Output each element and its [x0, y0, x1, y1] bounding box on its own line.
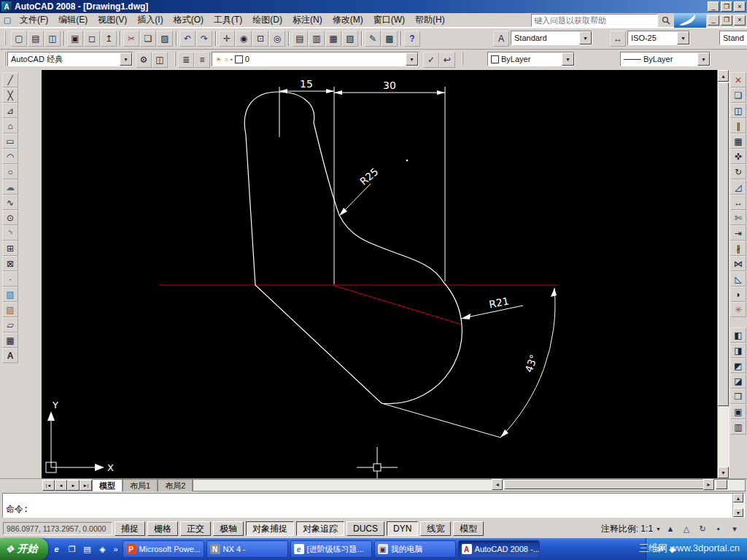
menu-tools[interactable]: 工具(T) — [209, 12, 247, 28]
scroll-right-icon[interactable]: ► — [703, 479, 714, 490]
explode-button[interactable]: ✳ — [730, 302, 746, 317]
snap-toggle[interactable]: 捕捉 — [115, 521, 145, 536]
array-button[interactable]: ▦ — [730, 133, 746, 149]
save-workspace-button[interactable]: ◫ — [152, 52, 168, 68]
model-space-toggle[interactable]: 模型 — [453, 521, 484, 536]
tool-palettes-button[interactable]: ▦ — [325, 31, 341, 47]
layer-properties-button[interactable]: ≣ — [178, 52, 194, 68]
menu-draw[interactable]: 绘图(D) — [247, 12, 287, 28]
menu-window[interactable]: 窗口(W) — [368, 12, 410, 28]
osnap-toggle[interactable]: 对象捕捉 — [246, 521, 294, 536]
copy-button[interactable]: ❏ — [140, 31, 156, 47]
multiline-text-button[interactable]: A — [2, 348, 18, 363]
menu-insert[interactable]: 插入(I) — [132, 12, 168, 28]
quicklaunch-chevron-icon[interactable]: » — [112, 542, 120, 556]
menu-file[interactable]: 文件(F) — [15, 12, 53, 28]
color-combo[interactable]: ByLayer ▼ — [487, 52, 575, 66]
rectangle-button[interactable]: ▭ — [2, 133, 18, 149]
layer-states-button[interactable]: ≡ — [194, 52, 210, 68]
close-button[interactable]: × — [734, 1, 746, 12]
construction-line-button[interactable]: ╳ — [2, 88, 18, 103]
workspace-combo[interactable]: AutoCAD 经典 ▼ — [7, 52, 133, 66]
quicklaunch-ie-icon[interactable]: e — [50, 542, 63, 556]
polygon-button[interactable]: ⌂ — [2, 118, 18, 133]
scroll-down-icon[interactable]: ▼ — [718, 467, 729, 478]
markup-button[interactable]: ✎ — [365, 31, 381, 47]
annotation-add-scale-icon[interactable]: △ — [680, 522, 693, 535]
zoom-previous-button[interactable]: ◎ — [269, 31, 285, 47]
quicklaunch-desktop-icon[interactable]: ❐ — [66, 542, 79, 556]
dyn-toggle[interactable]: DYN — [387, 521, 418, 536]
publish-button[interactable]: ↥ — [101, 31, 117, 47]
toolbar-grip[interactable] — [4, 31, 8, 46]
search-icon[interactable] — [659, 14, 673, 27]
ellipse-button[interactable]: ⊙ — [2, 210, 18, 225]
panel-tool-button[interactable]: ❒ — [730, 389, 746, 404]
menu-view[interactable]: 视图(V) — [93, 12, 132, 28]
vertical-scroll-thumb[interactable] — [718, 82, 729, 406]
tray-app-icon[interactable]: ◆ — [669, 545, 675, 554]
restore-button[interactable]: ❐ — [721, 1, 732, 12]
draw-order-under-button[interactable]: ◪ — [730, 373, 746, 389]
task-powerpoint[interactable]: P Microsoft Powe... — [123, 540, 204, 558]
quicklaunch-folder-icon[interactable]: ▤ — [81, 542, 94, 556]
combo-arrow-icon[interactable]: ▼ — [677, 31, 689, 44]
chamfer-button[interactable]: ◺ — [730, 271, 746, 287]
table-style-combo[interactable]: Stand — [719, 31, 747, 45]
text-style-combo[interactable]: Standard ▼ — [511, 31, 592, 45]
menu-format[interactable]: 格式(O) — [169, 12, 209, 28]
task-my-computer[interactable]: ▣ 我的电脑 — [374, 540, 456, 558]
spline-button[interactable]: ∿ — [2, 195, 18, 210]
tab-model[interactable]: 模型 — [92, 479, 123, 491]
dim-style-button[interactable]: ↔ — [610, 31, 626, 47]
toolbar-grip[interactable] — [462, 52, 465, 66]
combo-arrow-icon[interactable]: ▼ — [406, 52, 418, 66]
menu-dimension[interactable]: 标注(N) — [287, 12, 328, 28]
draw-order-above-button[interactable]: ◩ — [730, 358, 746, 373]
drawing-file-icon[interactable]: ▢ — [1, 15, 13, 26]
tray-mail-icon[interactable]: ✉ — [657, 545, 663, 554]
gradient-button[interactable]: ▨ — [2, 302, 18, 317]
minimize-button[interactable]: _ — [708, 1, 719, 12]
help-button[interactable]: ? — [404, 31, 420, 47]
extend-button[interactable]: ⇥ — [730, 225, 746, 241]
draw-line-button[interactable]: ╱ — [2, 72, 18, 88]
tab-layout1[interactable]: 布局1 — [123, 479, 158, 491]
new-button[interactable]: ▢ — [11, 31, 27, 47]
scroll-up-icon[interactable]: ▲ — [733, 494, 743, 502]
drawing-canvas[interactable]: 15 30 R25 R21 43° Y X — [42, 70, 717, 478]
annotation-scale-label[interactable]: 注释比例: 1:1 — [601, 523, 653, 535]
tab-layout2[interactable]: 布局2 — [158, 479, 193, 491]
tab-last-icon[interactable]: ►| — [80, 480, 92, 491]
doc-close-button[interactable]: × — [734, 15, 746, 26]
coordinates-readout[interactable]: 986.0977, 1173.2957, 0.0000 — [3, 522, 112, 535]
toolbar-lock-icon[interactable]: ▪ — [712, 522, 725, 535]
designcenter-button[interactable]: ▥ — [309, 31, 325, 47]
ducs-toggle[interactable]: DUCS — [347, 521, 384, 536]
annotation-autoscale-icon[interactable]: ↻ — [696, 522, 709, 535]
combo-arrow-icon[interactable]: ▼ — [562, 52, 574, 66]
fillet-button[interactable]: ◗ — [730, 287, 746, 302]
cut-button[interactable]: ✂ — [123, 31, 139, 47]
hatch-button[interactable]: ▧ — [2, 287, 18, 302]
combo-arrow-icon[interactable]: ▼ — [120, 52, 132, 66]
join-button[interactable]: ⋈ — [730, 256, 746, 271]
undo-button[interactable]: ↶ — [179, 31, 196, 47]
menu-edit[interactable]: 编辑(E) — [53, 12, 93, 28]
sheet-set-manager-button[interactable]: ▧ — [342, 31, 358, 47]
vertical-scrollbar[interactable]: ▲ ▼ — [717, 70, 729, 478]
horizontal-scrollbar[interactable]: ◄ ► — [193, 479, 746, 491]
dim-style-combo[interactable]: ISO-25 ▼ — [627, 31, 690, 45]
trim-button[interactable]: ✄ — [730, 210, 746, 225]
layer-previous-button[interactable]: ↩ — [439, 52, 455, 68]
polyline-button[interactable]: ⊿ — [2, 103, 18, 118]
redo-button[interactable]: ↷ — [196, 31, 212, 47]
region-button[interactable]: ▱ — [2, 317, 18, 332]
copy-object-button[interactable]: ❏ — [730, 88, 746, 103]
table-button[interactable]: ▦ — [2, 332, 18, 348]
layer-combo[interactable]: ☀ ○ ▪ 0 ▼ — [212, 52, 419, 66]
mirror-button[interactable]: ◫ — [730, 103, 746, 118]
tab-next-icon[interactable]: ► — [67, 480, 80, 491]
doc-minimize-button[interactable]: _ — [708, 15, 719, 26]
break-button[interactable]: ∦ — [730, 241, 746, 256]
